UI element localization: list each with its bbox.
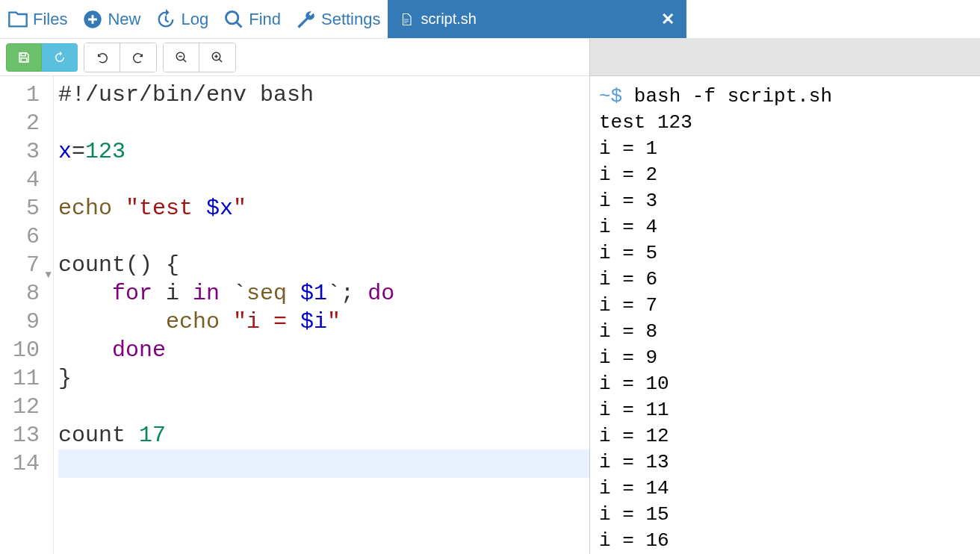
code-line[interactable]: for i in `seq $1`; do	[58, 279, 589, 308]
terminal-pane[interactable]: ~$ bash -f script.shtest 123i = 1i = 2i …	[589, 76, 980, 554]
folder-icon	[7, 9, 28, 30]
line-number: 10	[0, 336, 53, 364]
file-tab[interactable]: script.sh ✕	[388, 0, 686, 38]
zoom-out-icon	[175, 51, 188, 64]
line-number: 5	[0, 194, 53, 222]
nav-files[interactable]: Files	[0, 0, 75, 38]
editor-pane[interactable]: 1234567▼891011121314 #!/usr/bin/env bash…	[0, 76, 589, 554]
nav-new-label: New	[108, 10, 140, 29]
file-icon	[400, 13, 413, 26]
nav-log-label: Log	[181, 10, 208, 29]
line-number: 6	[0, 222, 53, 251]
zoom-group	[163, 43, 236, 72]
line-number: 3	[0, 137, 53, 166]
svg-point-1	[226, 11, 238, 23]
terminal-toolbar-bg	[589, 39, 980, 76]
history-icon	[53, 51, 66, 64]
code-line[interactable]: x=123	[58, 137, 589, 166]
terminal-output[interactable]: ~$ bash -f script.shtest 123i = 1i = 2i …	[590, 76, 980, 554]
close-icon[interactable]: ✕	[661, 10, 674, 29]
svg-rect-3	[21, 57, 27, 61]
code-line[interactable]: echo "test $x"	[58, 194, 589, 222]
nav-find[interactable]: Find	[216, 0, 288, 38]
code-line[interactable]	[58, 109, 589, 137]
code-line[interactable]: #!/usr/bin/env bash	[58, 81, 589, 109]
svg-rect-2	[21, 53, 25, 56]
line-number: 13	[0, 421, 53, 449]
line-number: 14	[0, 449, 53, 478]
search-icon	[223, 9, 244, 30]
code-line[interactable]	[58, 166, 589, 194]
line-number: 2	[0, 109, 53, 137]
wrench-icon	[296, 9, 317, 30]
nav-files-label: Files	[33, 10, 67, 29]
nav-find-label: Find	[249, 10, 281, 29]
history-button[interactable]	[42, 43, 78, 72]
line-number: 4	[0, 166, 53, 194]
code-line[interactable]: count() {	[58, 251, 589, 279]
zoom-in-button[interactable]	[199, 43, 235, 72]
nav-settings-label: Settings	[321, 10, 381, 29]
line-number: 9	[0, 308, 53, 336]
topbar: Files New Log Find Settings script.sh ✕	[0, 0, 980, 39]
line-number: 11	[0, 364, 53, 393]
nav-settings[interactable]: Settings	[288, 0, 388, 38]
code-line[interactable]: echo "i = $i"	[58, 308, 589, 336]
nav-log[interactable]: Log	[148, 0, 216, 38]
line-number: 7▼	[0, 251, 53, 279]
code-line[interactable]	[58, 449, 589, 478]
code-line[interactable]: done	[58, 336, 589, 364]
history-icon	[155, 9, 176, 30]
redo-button[interactable]	[120, 43, 156, 72]
code-line[interactable]: count 17	[58, 421, 589, 449]
zoom-out-button[interactable]	[164, 43, 199, 72]
tab-filename: script.sh	[421, 10, 476, 28]
save-button[interactable]	[6, 43, 42, 72]
plus-circle-icon	[82, 9, 103, 30]
undo-button[interactable]	[84, 43, 120, 72]
code-line[interactable]	[58, 393, 589, 421]
zoom-in-icon	[211, 51, 224, 64]
redo-icon	[131, 51, 145, 64]
code-area[interactable]: #!/usr/bin/env bashx=123echo "test $x"co…	[54, 76, 589, 554]
line-number: 1	[0, 81, 53, 109]
code-line[interactable]	[58, 222, 589, 251]
undo-redo-group	[84, 43, 157, 72]
line-number-gutter: 1234567▼891011121314	[0, 76, 54, 554]
code-line[interactable]: }	[58, 364, 589, 393]
line-number: 8	[0, 279, 53, 308]
save-icon	[17, 51, 31, 64]
main-area: 1234567▼891011121314 #!/usr/bin/env bash…	[0, 76, 980, 554]
line-number: 12	[0, 393, 53, 421]
undo-icon	[96, 51, 109, 64]
nav-new[interactable]: New	[75, 0, 148, 38]
